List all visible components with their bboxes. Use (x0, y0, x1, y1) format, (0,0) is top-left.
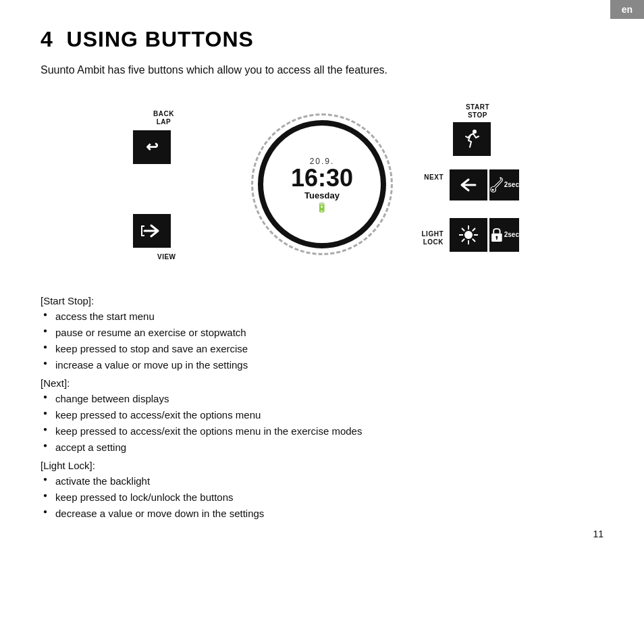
list-item: accept a setting (41, 440, 603, 454)
start-stop-list: access the start menu pause or resume an… (41, 309, 603, 372)
watch-battery-icon: 🔋 (291, 202, 353, 213)
watch-time: 16:30 (291, 166, 353, 190)
lock-2sec-label: 2sec (504, 232, 519, 238)
list-item: keep pressed to access/exit the options … (41, 408, 603, 422)
svg-point-3 (464, 231, 473, 239)
run-icon (461, 128, 483, 150)
light-button[interactable] (450, 218, 487, 252)
list-item: keep pressed to access/exit the options … (41, 424, 603, 438)
watch-day: Tuesday (291, 190, 353, 200)
wrench-icon (489, 172, 504, 198)
page-number: 11 (593, 529, 603, 539)
content-section: [Start Stop]: access the start menu paus… (41, 295, 603, 520)
list-item: increase a value or move up in the setti… (41, 358, 603, 372)
svg-line-10 (473, 228, 475, 231)
start-stop-button[interactable] (453, 122, 491, 156)
back-lap-label: BACKLAP (153, 110, 174, 126)
back-lap-button[interactable]: ↩ (133, 130, 171, 164)
intro-paragraph: Suunto Ambit has five buttons which allo… (41, 64, 603, 76)
lock-2sec-button[interactable]: 2sec (489, 218, 519, 252)
watch-diagram: ↩ BACKLAP STARTSTOP NEXT (113, 90, 531, 279)
light-lock-label: LIGHTLOCK (422, 230, 444, 246)
next-header: [Next]: (41, 377, 603, 389)
light-lock-list: activate the backlight keep pressed to l… (41, 474, 603, 520)
svg-point-2 (492, 189, 494, 191)
back-arrow-icon: ↩ (146, 138, 158, 156)
light-lock-header: [Light Lock]: (41, 460, 603, 471)
start-stop-header: [Start Stop]: (41, 295, 603, 306)
svg-rect-14 (496, 238, 498, 240)
list-item: change between displays (41, 392, 603, 406)
list-item: keep pressed to stop and save an exercis… (41, 342, 603, 356)
next-2sec-button[interactable]: 2sec (489, 169, 519, 200)
list-item: activate the backlight (41, 474, 603, 488)
list-item: decrease a value or move down in the set… (41, 506, 603, 520)
next-button-group: 2sec (450, 169, 519, 200)
start-stop-label: STARTSTOP (466, 103, 489, 119)
svg-line-9 (473, 239, 475, 242)
next-2sec-label: 2sec (504, 182, 519, 188)
next-label: NEXT (424, 173, 444, 182)
next-list: change between displays keep pressed to … (41, 392, 603, 454)
list-item: keep pressed to lock/unlock the buttons (41, 490, 603, 504)
svg-line-8 (462, 228, 464, 231)
lock-icon (489, 223, 504, 246)
list-item: pause or resume an exercise or stopwatch (41, 325, 603, 340)
sun-icon (456, 223, 481, 247)
svg-line-11 (462, 239, 464, 242)
language-badge: en (610, 0, 644, 19)
next-button[interactable] (450, 169, 487, 200)
view-icon (140, 221, 163, 241)
page-container: en 4 USING BUTTONS start_stop Suunto Amb… (0, 0, 644, 553)
view-label: VIEW (157, 253, 176, 261)
light-lock-button-group: 2sec (450, 218, 519, 252)
next-arrow-icon (456, 175, 481, 195)
watch-face: 20.9. 16:30 Tuesday 🔋 (258, 120, 386, 248)
view-button[interactable] (133, 214, 171, 248)
list-item: access the start menu (41, 309, 603, 323)
chapter-title: 4 USING BUTTONS (41, 27, 603, 52)
